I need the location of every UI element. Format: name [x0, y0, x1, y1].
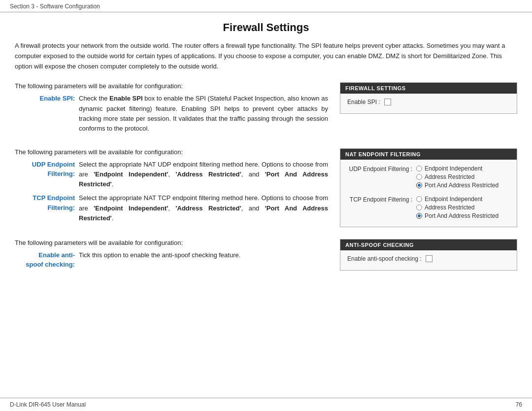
section2-udp-desc: Select the appropriate NAT UDP endpoint …	[79, 160, 328, 189]
nat-tcp-label: TCP Endpoint Filtering :	[347, 195, 416, 203]
section1-desc-pre: Check the	[79, 95, 109, 102]
udp-radio-row-0[interactable]: Endpoint Independent	[416, 165, 499, 172]
tcp-radio-row-2[interactable]: Port And Address Restricted	[416, 212, 499, 220]
enable-spi-row: Enable SPI :	[347, 99, 510, 105]
udp-and: , and	[241, 171, 265, 178]
firewall-panel-body: Enable SPI :	[340, 94, 517, 113]
section1-left: The following parameters will be availab…	[15, 82, 328, 137]
section3-left: The following parameters will be availab…	[15, 239, 328, 273]
udp-radio-2[interactable]	[416, 182, 422, 188]
tcp-label-text: TCP Endpoint Filtering:	[33, 194, 75, 211]
tcp-radio-label-0: Endpoint Independent	[425, 196, 482, 203]
antispoof-panel-body: Enable anti-spoof checking :	[340, 250, 517, 270]
udp-radio-label-1: Address Restricted	[425, 173, 474, 180]
antispoof-label-2: spoof checking:	[26, 261, 75, 268]
antispoof-panel-header: ANTI-SPOOF CHECKING	[340, 240, 517, 250]
nat-udp-radios: Endpoint Independent Address Restricted …	[416, 165, 499, 189]
section-label: Section 3 - Software Configuration	[10, 3, 100, 10]
tcp-and: , and	[241, 205, 265, 212]
section3-param-row: Enable anti- spoof checking: Tick this o…	[15, 250, 328, 270]
enable-spi-checkbox[interactable]	[384, 99, 391, 105]
nat-panel-header: NAT ENDPOINT FILTERING	[340, 149, 517, 160]
bottom-right: 76	[516, 401, 522, 408]
tcp-radio-0[interactable]	[416, 196, 422, 202]
antispoof-label: Enable anti-spoof checking :	[347, 255, 426, 262]
section2-block: The following parameters will be availab…	[15, 148, 517, 227]
tcp-opt2: 'Address Restricted'	[175, 205, 241, 212]
section2-params-header: The following parameters will be availab…	[15, 148, 328, 156]
section3-right: ANTI-SPOOF CHECKING Enable anti-spoof ch…	[340, 239, 517, 271]
udp-radio-label-2: Port And Address Restricted	[425, 182, 499, 189]
section2-tcp-label: TCP Endpoint Filtering:	[15, 193, 79, 223]
section1-param-desc: Check the Enable SPI box to enable the S…	[79, 94, 328, 134]
intro-text: A firewall protects your network from th…	[15, 41, 517, 71]
udp-opt1: 'Endpoint Independent'	[94, 171, 168, 178]
tcp-radio-row-1[interactable]: Address Restricted	[416, 204, 499, 211]
antispoof-checkbox[interactable]	[426, 255, 432, 262]
tcp-opt1: 'Endpoint Independent'	[94, 205, 168, 212]
bottom-bar: D-Link DIR-645 User Manual 76	[0, 398, 532, 411]
bottom-left: D-Link DIR-645 User Manual	[10, 401, 86, 408]
tcp-radio-row-0[interactable]: Endpoint Independent	[416, 195, 499, 203]
section1-desc-bold: Enable SPI	[109, 95, 142, 102]
udp-label-text: UDP Endpoint Filtering:	[32, 161, 75, 178]
antispoof-panel: ANTI-SPOOF CHECKING Enable anti-spoof ch…	[340, 239, 517, 271]
nat-tcp-group: TCP Endpoint Filtering : Endpoint Indepe…	[347, 195, 510, 220]
antispoof-row: Enable anti-spoof checking :	[347, 255, 510, 262]
udp-radio-label-0: Endpoint Independent	[425, 165, 482, 172]
top-bar: Section 3 - Software Configuration	[0, 0, 532, 12]
udp-radio-row-1[interactable]: Address Restricted	[416, 173, 499, 181]
section1-param-row: Enable SPI: Check the Enable SPI box to …	[15, 94, 328, 134]
udp-radio-row-2[interactable]: Port And Address Restricted	[416, 181, 499, 189]
nat-panel: NAT ENDPOINT FILTERING UDP Endpoint Filt…	[340, 148, 517, 227]
section2-right: NAT ENDPOINT FILTERING UDP Endpoint Filt…	[340, 148, 517, 227]
tcp-radio-1[interactable]	[416, 205, 422, 210]
section3-block: The following parameters will be availab…	[15, 239, 517, 273]
section1-param-label: Enable SPI:	[15, 94, 79, 134]
tcp-radio-2[interactable]	[416, 213, 422, 219]
main-content: Firewall Settings A firewall protects yo…	[0, 12, 532, 398]
nat-udp-group: UDP Endpoint Filtering : Endpoint Indepe…	[347, 165, 510, 189]
section2-tcp-desc: Select the appropriate NAT TCP endpoint …	[79, 193, 328, 223]
section2-left: The following parameters will be availab…	[15, 148, 328, 226]
nat-tcp-radios: Endpoint Independent Address Restricted …	[416, 195, 499, 220]
tcp-radio-label-1: Address Restricted	[425, 204, 474, 211]
section3-param-desc: Tick this option to enable the anti-spoo…	[79, 250, 328, 270]
page-title: Firewall Settings	[15, 21, 517, 34]
section1-block: The following parameters will be availab…	[15, 82, 517, 137]
enable-spi-label: Enable SPI :	[347, 99, 384, 105]
section3-param-label: Enable anti- spoof checking:	[15, 250, 79, 270]
udp-opt2: 'Address Restricted'	[175, 171, 241, 178]
section2-udp-label: UDP Endpoint Filtering:	[15, 160, 79, 189]
nat-udp-label: UDP Endpoint Filtering :	[347, 165, 416, 172]
udp-radio-1[interactable]	[416, 174, 422, 180]
nat-panel-body: UDP Endpoint Filtering : Endpoint Indepe…	[340, 160, 517, 227]
antispoof-label-1: Enable anti-	[38, 251, 75, 259]
tcp-radio-label-2: Port And Address Restricted	[425, 212, 499, 219]
page-wrapper: Section 3 - Software Configuration Firew…	[0, 0, 532, 411]
udp-radio-0[interactable]	[416, 166, 422, 171]
tcp-period: .	[112, 214, 114, 222]
section2-tcp-row: TCP Endpoint Filtering: Select the appro…	[15, 193, 328, 223]
firewall-panel-header: FIREWALL SETTINGS	[340, 83, 517, 94]
udp-period: .	[112, 180, 114, 188]
nat-separator	[347, 191, 510, 195]
firewall-panel: FIREWALL SETTINGS Enable SPI :	[340, 82, 517, 114]
section1-right: FIREWALL SETTINGS Enable SPI :	[340, 82, 517, 114]
section2-udp-row: UDP Endpoint Filtering: Select the appro…	[15, 160, 328, 189]
section3-params-header: The following parameters will be availab…	[15, 239, 328, 246]
section1-params-header: The following parameters will be availab…	[15, 82, 328, 90]
